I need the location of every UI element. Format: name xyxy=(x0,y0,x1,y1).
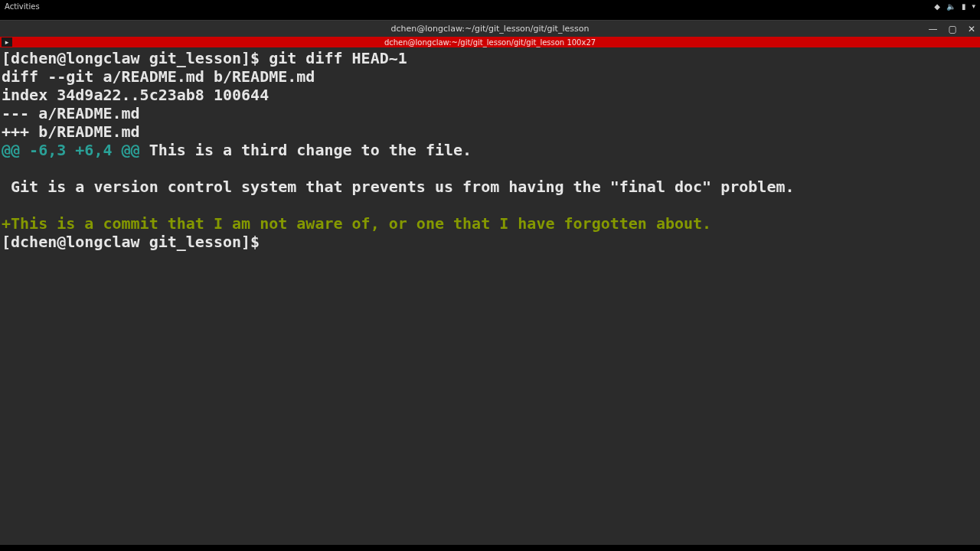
diff-old-file-line: --- a/README.md xyxy=(2,104,140,122)
terminal-tab-strip: ▸ dchen@longclaw:~/git/git_lesson/git/gi… xyxy=(0,37,980,47)
terminal-body[interactable]: [dchen@longclaw git_lesson]$ git diff HE… xyxy=(0,47,980,545)
diff-header-line: diff --git a/README.md b/README.md xyxy=(2,67,315,86)
diff-index-line: index 34d9a22..5c23ab8 100644 xyxy=(2,86,269,104)
activities-button[interactable]: Activities xyxy=(5,2,40,11)
desktop: dchen@longclaw:~/git/git_lesson/git/git_… xyxy=(0,12,980,551)
shell-prompt: [dchen@longclaw git_lesson]$ xyxy=(2,49,269,67)
diff-context-blank xyxy=(2,159,11,178)
gnome-top-bar: Activities ◆ 🔈 ▮ ▾ xyxy=(0,0,980,12)
diff-new-file-line: +++ b/README.md xyxy=(2,122,140,141)
terminal-tab-title[interactable]: dchen@longclaw:~/git/git_lesson/git/git_… xyxy=(384,38,596,47)
window-titlebar[interactable]: dchen@longclaw:~/git/git_lesson/git/git_… xyxy=(0,20,980,37)
volume-icon[interactable]: 🔈 xyxy=(946,2,956,11)
maximize-button[interactable]: ▢ xyxy=(949,24,957,34)
minimize-button[interactable]: — xyxy=(929,24,938,34)
close-button[interactable]: ✕ xyxy=(968,24,975,34)
network-icon[interactable]: ◆ xyxy=(934,2,940,11)
window-title: dchen@longclaw:~/git/git_lesson/git/git_… xyxy=(391,24,590,34)
system-menu-icon[interactable]: ▾ xyxy=(972,2,975,10)
battery-icon[interactable]: ▮ xyxy=(962,2,966,11)
diff-context-line: Git is a version control system that pre… xyxy=(2,178,795,196)
diff-added-line: +This is a commit that I am not aware of… xyxy=(2,214,711,233)
shell-command: git diff HEAD~1 xyxy=(269,49,407,67)
diff-hunk-context: This is a third change to the file. xyxy=(140,141,472,159)
cursor xyxy=(269,233,277,249)
new-tab-button[interactable]: ▸ xyxy=(2,37,12,47)
shell-prompt: [dchen@longclaw git_lesson]$ xyxy=(2,233,269,251)
diff-hunk-header: @@ -6,3 +6,4 @@ xyxy=(2,141,140,159)
terminal-window: dchen@longclaw:~/git/git_lesson/git/git_… xyxy=(0,20,980,545)
diff-context-blank xyxy=(2,196,11,214)
